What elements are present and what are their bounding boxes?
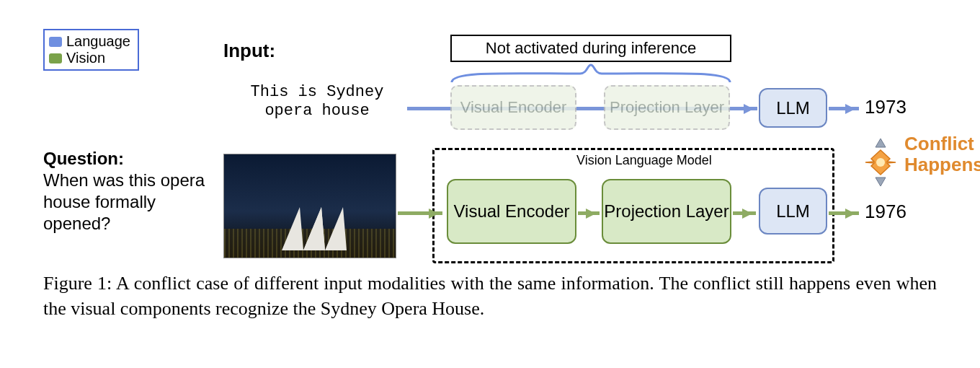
figure-caption: Figure 1: A conflict case of different i… <box>43 271 937 321</box>
vision-output-arrow <box>829 211 859 215</box>
brace-icon <box>450 63 731 84</box>
visual-encoder-ghost-label: Visual Encoder <box>460 99 567 116</box>
svg-marker-0 <box>876 139 886 147</box>
legend-language: Language <box>49 33 130 50</box>
svg-marker-1 <box>876 178 886 186</box>
legend-vision: Vision <box>49 50 130 66</box>
svg-point-3 <box>876 158 885 167</box>
projection-layer-ghost: Projection Layer <box>604 85 730 130</box>
vision-arrow-1 <box>578 211 600 215</box>
legend-vision-label: Vision <box>66 50 105 66</box>
conflict-label-text: ConflictHappens <box>904 133 980 175</box>
output-language-year: 1973 <box>865 96 906 118</box>
language-output-arrow <box>829 107 859 110</box>
llm-language-label: LLM <box>776 98 810 118</box>
projection-layer-box: Projection Layer <box>602 179 731 244</box>
vlm-label: Vision Language Model <box>576 153 712 168</box>
conflict-label: ConflictHappens <box>904 133 980 175</box>
output-vision-year: 1976 <box>865 201 906 223</box>
projection-layer-ghost-label: Projection Layer <box>610 99 724 116</box>
legend-language-label: Language <box>66 33 130 50</box>
not-activated-note: Not activated during inference <box>450 35 731 62</box>
legend-box: Language Vision <box>43 29 139 71</box>
question-block: Question: When was this opera house form… <box>43 148 216 235</box>
llm-box-language: LLM <box>759 88 827 128</box>
llm-box-vision: LLM <box>759 188 827 235</box>
llm-vision-label: LLM <box>776 201 810 222</box>
conflict-icon <box>861 137 901 188</box>
question-body: When was this opera house formally opene… <box>43 170 216 235</box>
language-swatch <box>49 37 62 47</box>
diagram-canvas: Language Vision Input: This is Sydney op… <box>43 22 937 354</box>
input-heading: Input: <box>223 40 275 62</box>
visual-encoder-ghost: Visual Encoder <box>450 85 576 130</box>
opera-house-image <box>223 154 396 258</box>
visual-encoder-label: Visual Encoder <box>454 201 570 222</box>
text-input-example: This is Sydney opera house <box>223 83 411 121</box>
vision-swatch <box>49 53 62 63</box>
question-heading: Question: <box>43 148 216 170</box>
vision-arrow-2 <box>733 211 756 215</box>
projection-layer-label: Projection Layer <box>604 201 729 222</box>
visual-encoder-box: Visual Encoder <box>447 179 576 244</box>
vision-input-arrow <box>398 211 442 215</box>
